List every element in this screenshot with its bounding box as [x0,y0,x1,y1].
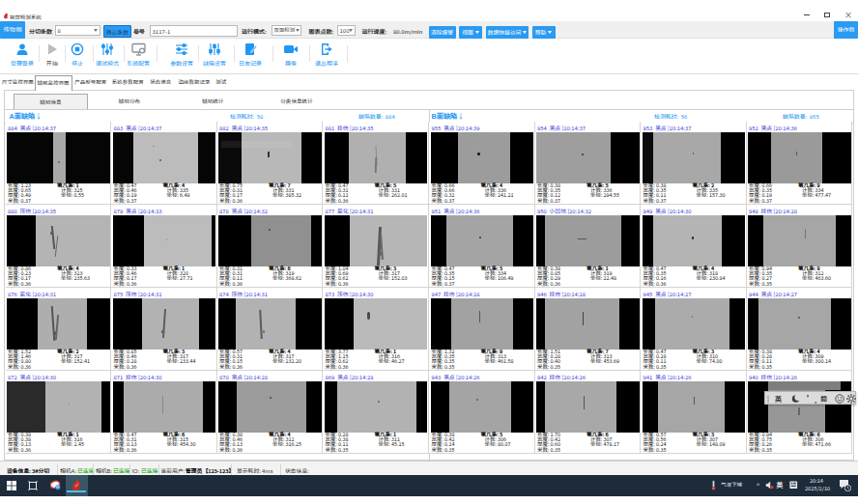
svg-text:拼: 拼 [56,484,60,490]
